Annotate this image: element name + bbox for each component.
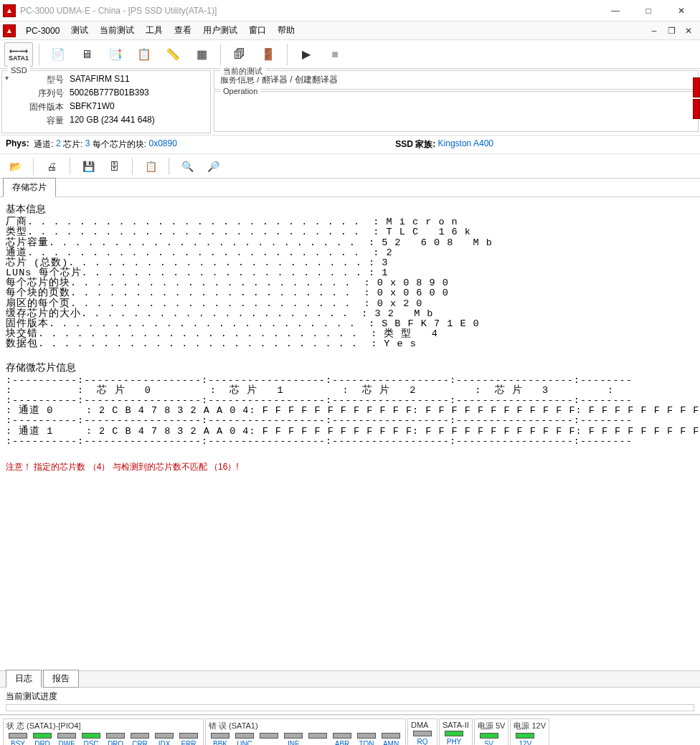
led-label: CRR	[132, 740, 148, 745]
status-group-title: 电源 5V	[478, 721, 506, 731]
tb-module-icon[interactable]: 📋	[131, 42, 157, 67]
basic-info-heading: 基本信息	[6, 204, 700, 214]
tb-doc-icon[interactable]: 📄	[45, 42, 71, 67]
led-dwf: DWF	[55, 733, 78, 745]
led-indicator	[516, 733, 534, 739]
led-unc: UNC	[233, 733, 256, 745]
tb2-print-icon[interactable]: 🖨	[39, 156, 64, 176]
menu-user-test[interactable]: 用户测试	[197, 22, 243, 39]
ssd-fw-value: SBFK71W0	[70, 101, 115, 113]
tb-exit-icon[interactable]: 🚪	[255, 42, 281, 67]
content-tabs: 存储芯片	[0, 179, 700, 197]
menu-help[interactable]: 帮助	[272, 22, 301, 39]
status-bar: 状 态 (SATA1)-[PIO4]BSYDRDDWFDSCDRQCRRIDXE…	[0, 715, 700, 745]
led-bsy: BSY	[6, 733, 29, 745]
menu-tools[interactable]: 工具	[140, 22, 169, 39]
led-label: TON	[359, 740, 374, 745]
tb2-find-icon[interactable]: 🔍	[175, 156, 199, 176]
status-group-g3: DMARQ	[407, 718, 438, 745]
maximize-button[interactable]: □	[633, 1, 664, 21]
led-label: BSY	[11, 740, 25, 745]
tb2-save-icon[interactable]: 💾	[76, 156, 100, 176]
tb2-findnext-icon[interactable]: 🔎	[201, 156, 225, 176]
tb-chips-icon[interactable]: 📑	[103, 42, 128, 67]
mdi-restore-button[interactable]: ❐	[663, 23, 680, 39]
led-indicator	[357, 733, 376, 739]
tb2-saveas-icon[interactable]: 🗄	[102, 156, 126, 176]
led-indicator	[57, 733, 76, 739]
led-amn: AMN	[379, 733, 402, 745]
led-inf: INF	[282, 733, 305, 745]
chip-info-heading: 存储微芯片信息	[6, 363, 700, 373]
led-label: DRQ	[108, 740, 123, 745]
content-text[interactable]: 基本信息厂商. . . . . . . . . . . . . . . . . …	[0, 197, 700, 670]
status-group-g1: 状 态 (SATA1)-[PIO4]BSYDRDDWFDSCDRQCRRIDXE…	[3, 718, 204, 745]
mdi-minimize-button[interactable]: –	[645, 23, 663, 39]
menu-view[interactable]: 查看	[169, 22, 197, 39]
led-indicator	[9, 733, 27, 739]
led-blank	[257, 733, 280, 745]
menu-current-test[interactable]: 当前测试	[94, 22, 140, 39]
tb-ruler-icon[interactable]: 📏	[160, 42, 186, 67]
phys-ch-value: 2	[56, 138, 61, 151]
tb-stop-icon[interactable]: ■	[322, 42, 348, 67]
led-indicator	[260, 733, 278, 739]
tb-chip-icon[interactable]: 🖥	[74, 42, 100, 67]
ssd-fw-label: 固件版本	[14, 101, 64, 113]
led-label: IDX	[159, 740, 171, 745]
menu-window[interactable]: 窗口	[243, 22, 272, 39]
led-label: ERR	[181, 740, 196, 745]
log-tabs: 日志 报告	[0, 670, 700, 688]
led-bbk: BBK	[209, 733, 232, 745]
progress-row: 当前测试进度	[0, 688, 700, 715]
tb-grid-icon[interactable]: ▦	[189, 42, 214, 67]
progress-label: 当前测试进度	[6, 691, 694, 703]
led-indicator	[106, 733, 125, 739]
sata1-button[interactable]: ⟵⟶SATA1	[4, 42, 33, 67]
led-label: AMN	[383, 740, 399, 745]
tab-storage-chip[interactable]: 存储芯片	[3, 178, 56, 197]
led-indicator	[382, 733, 400, 739]
led-indicator	[33, 733, 52, 739]
breadcrumb: 服务信息 / 翻译器 / 创建翻译器	[220, 74, 692, 86]
main-area: 📂 🖨 💾 🗄 📋 🔍 🔎 存储芯片 基本信息厂商. . . . . . . .…	[0, 154, 700, 670]
ssd-serial-value: 50026B777B01B393	[70, 87, 149, 100]
led-label: RQ	[417, 738, 428, 745]
phys-label: Phys:	[6, 138, 29, 151]
info-row: SSD ▾ 型号SATAFIRM S11 序列号50026B777B01B393…	[0, 69, 700, 136]
ssd-model-label: 型号	[14, 74, 64, 86]
led-indicator	[480, 733, 498, 739]
led-idx: IDX	[153, 733, 176, 745]
phys-chip-label: 芯片:	[63, 138, 82, 151]
tb2-open-icon[interactable]: 📂	[3, 156, 27, 176]
tb2-copy-icon[interactable]: 📋	[138, 156, 163, 176]
led-indicator	[284, 733, 303, 739]
led-5v: 5V	[478, 733, 501, 745]
caret-icon[interactable]: ▾	[5, 74, 9, 82]
tb-copy-icon[interactable]: 🗐	[227, 42, 252, 67]
status-group-title: DMA	[411, 721, 434, 729]
info-line: 每个块的页数. . . . . . . . . . . . . . . . . …	[6, 288, 700, 298]
led-dsc: DSC	[80, 733, 103, 745]
mdi-close-button[interactable]: ✕	[680, 23, 697, 39]
toolbar-separator	[70, 158, 70, 175]
info-line: 固件版本. . . . . . . . . . . . . . . . . . …	[6, 319, 700, 329]
close-button[interactable]: ✕	[666, 1, 697, 21]
status-group-title: SATA-II	[443, 721, 469, 729]
operation-legend: Operation	[220, 87, 260, 95]
menu-app[interactable]: PC-3000	[20, 22, 65, 39]
info-line: 芯片容量. . . . . . . . . . . . . . . . . . …	[6, 238, 700, 248]
log-tab-log[interactable]: 日志	[6, 670, 42, 688]
menu-test[interactable]: 测试	[65, 22, 94, 39]
led-label: 5V	[485, 740, 493, 745]
info-line: : 通道 1 : 2 C B 4 7 8 3 2 A A 0 4: F F F …	[6, 427, 700, 437]
log-tab-report[interactable]: 报告	[43, 670, 79, 688]
minimize-button[interactable]: —	[600, 1, 631, 21]
status-group-title: 状 态 (SATA1)-[PIO4]	[6, 721, 200, 731]
tb-play-icon[interactable]: ▶	[293, 42, 319, 67]
led-err: ERR	[177, 733, 200, 745]
operation-panel: Operation	[214, 91, 699, 132]
phys-chip-value: 3	[85, 138, 90, 151]
info-line: 缓存芯片的大小. . . . . . . . . . . . . . . . .…	[6, 309, 700, 319]
led-drq: DRQ	[104, 733, 127, 745]
